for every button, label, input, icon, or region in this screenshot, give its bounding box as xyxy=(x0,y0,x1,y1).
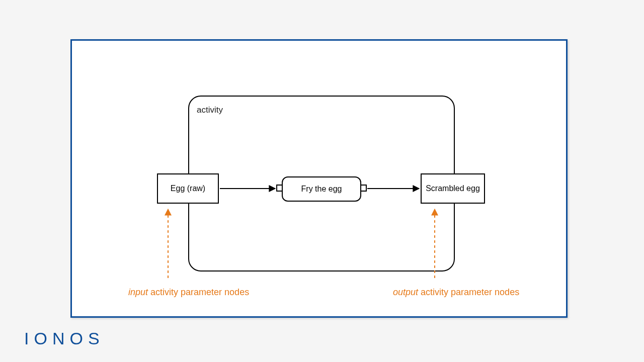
annotation-input-rest: activity parameter nodes xyxy=(148,287,249,297)
brand-logo: IONOS xyxy=(24,329,105,348)
annotation-output-emph: output xyxy=(393,287,418,297)
annotation-input: input activity parameter nodes xyxy=(128,287,259,298)
activity-label: activity xyxy=(197,105,223,115)
output-parameter-label: Scrambled egg xyxy=(426,184,480,193)
input-parameter-node: Egg (raw) xyxy=(157,173,219,204)
annotation-output-rest: activity parameter nodes xyxy=(418,287,519,297)
annotation-input-emph: input xyxy=(128,287,148,297)
diagram-frame: activity Egg (raw) Fry the egg Scrambled… xyxy=(70,39,568,318)
output-parameter-node: Scrambled egg xyxy=(421,173,485,204)
action-node-label: Fry the egg xyxy=(301,184,342,194)
annotation-output: output activity parameter nodes xyxy=(393,287,544,298)
diagram-frame-wrap: activity Egg (raw) Fry the egg Scrambled… xyxy=(70,39,568,318)
action-node: Fry the egg xyxy=(282,176,361,202)
input-parameter-label: Egg (raw) xyxy=(171,184,205,193)
